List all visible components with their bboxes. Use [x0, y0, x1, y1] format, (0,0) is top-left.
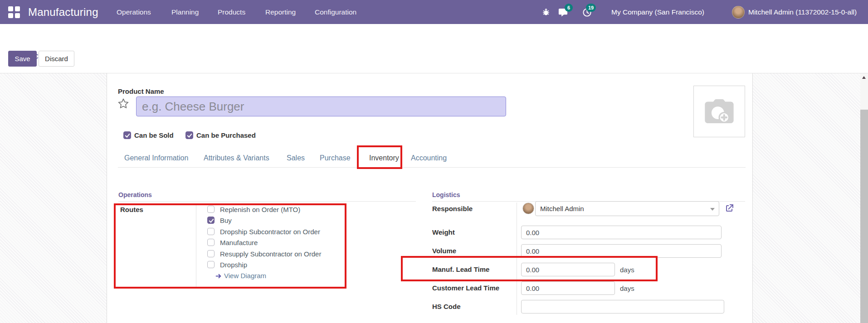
route-checkbox-resupply-subcontractor[interactable]	[207, 250, 215, 257]
product-name-label: Product Name	[118, 87, 164, 95]
responsible-avatar	[522, 202, 534, 214]
favorite-star-icon[interactable]	[117, 97, 130, 112]
route-checkbox-dropship-subcontractor[interactable]	[207, 228, 215, 235]
discard-button[interactable]: Discard	[39, 51, 74, 67]
weight-label: Weight	[432, 226, 455, 239]
route-checkbox-dropship[interactable]	[207, 261, 215, 268]
scroll-up-arrow[interactable]	[860, 73, 868, 82]
weight-input[interactable]	[521, 226, 722, 239]
route-label[interactable]: Resupply Subcontractor on Order	[220, 250, 321, 259]
view-diagram-link[interactable]: View Diagram	[224, 272, 266, 280]
routes-label-divider	[196, 204, 196, 288]
route-checkbox-buy[interactable]	[207, 217, 215, 224]
vertical-scrollbar[interactable]	[860, 73, 868, 323]
can-be-purchased-checkbox[interactable]	[185, 131, 193, 139]
tab-attributes-variants[interactable]: Attributes & Variants	[204, 149, 269, 167]
menu-planning[interactable]: Planning	[171, 0, 199, 24]
responsible-select[interactable]: Mitchell Admin	[535, 201, 719, 216]
menu-operations[interactable]: Operations	[117, 0, 151, 24]
caret-down-icon	[710, 208, 715, 211]
messages-badge: 6	[565, 4, 573, 12]
bug-icon[interactable]	[541, 7, 551, 18]
tab-sales[interactable]: Sales	[287, 149, 305, 167]
customer-lead-time-label: Customer Lead Time	[432, 281, 499, 295]
menu-reporting[interactable]: Reporting	[265, 0, 296, 24]
tab-accounting[interactable]: Accounting	[411, 149, 447, 167]
apps-menu-icon[interactable]	[8, 6, 20, 18]
form-background: Product Name Can be Sold Can be Purchase…	[0, 73, 868, 323]
responsible-external-link-icon[interactable]	[724, 203, 735, 216]
logistics-section-title: Logistics	[432, 191, 460, 198]
tabs-divider	[118, 167, 746, 168]
view-diagram-arrow-icon	[215, 273, 222, 281]
hs-code-label: HS Code	[432, 300, 461, 313]
tab-general-information[interactable]: General Information	[124, 149, 188, 167]
can-be-sold-label[interactable]: Can be Sold	[134, 131, 174, 139]
product-image-upload[interactable]	[693, 86, 745, 137]
operations-divider	[118, 201, 416, 202]
user-menu[interactable]: Mitchell Admin (11372002-15-0-all)	[748, 0, 857, 24]
customer-lead-time-input[interactable]	[521, 281, 615, 295]
route-label[interactable]: Buy	[220, 216, 232, 225]
volume-input[interactable]	[521, 244, 722, 258]
control-panel: Products/New Save Discard	[0, 24, 868, 73]
tab-inventory[interactable]: Inventory	[369, 149, 399, 167]
route-label[interactable]: Dropship Subcontractor on Order	[220, 227, 320, 236]
route-checkbox-replenish-mto[interactable]	[207, 206, 215, 213]
hs-code-input[interactable]	[521, 300, 724, 313]
can-be-purchased-label[interactable]: Can be Purchased	[196, 131, 256, 139]
routes-label: Routes	[120, 206, 143, 213]
can-be-sold-checkbox[interactable]	[123, 131, 131, 139]
logistics-label-divider	[517, 202, 517, 315]
responsible-value: Mitchell Admin	[540, 202, 584, 216]
user-avatar	[732, 6, 745, 19]
route-label[interactable]: Replenish on Order (MTO)	[220, 205, 300, 214]
app-title[interactable]: Manufacturing	[28, 0, 98, 24]
customer-lead-time-unit: days	[620, 284, 634, 292]
activities-badge: 19	[586, 4, 596, 12]
camera-plus-icon	[702, 94, 736, 129]
menu-configuration[interactable]: Configuration	[315, 0, 356, 24]
volume-label: Volume	[432, 244, 456, 258]
route-checkbox-manufacture[interactable]	[207, 239, 215, 246]
operations-section-title: Operations	[118, 191, 152, 198]
company-switcher[interactable]: My Company (San Francisco)	[611, 0, 704, 24]
route-label[interactable]: Manufacture	[220, 238, 258, 247]
form-sheet: Product Name Can be Sold Can be Purchase…	[107, 73, 753, 323]
product-name-input[interactable]	[136, 96, 506, 116]
manuf-lead-time-unit: days	[620, 266, 634, 274]
tab-purchase[interactable]: Purchase	[320, 149, 351, 167]
menu-products[interactable]: Products	[218, 0, 245, 24]
responsible-label: Responsible	[432, 205, 473, 212]
manuf-lead-time-label: Manuf. Lead Time	[432, 263, 489, 276]
scrollbar-thumb[interactable]	[860, 110, 868, 323]
route-label[interactable]: Dropship	[220, 260, 247, 270]
save-button[interactable]: Save	[8, 51, 37, 67]
manuf-lead-time-input[interactable]	[521, 263, 615, 276]
top-navbar: Manufacturing Operations Planning Produc…	[0, 0, 868, 24]
